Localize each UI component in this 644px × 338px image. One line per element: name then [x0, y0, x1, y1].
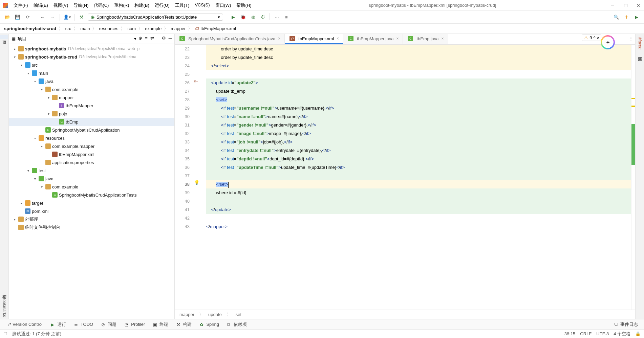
ed-crumb[interactable]: update [208, 312, 222, 317]
save-icon[interactable]: 💾 [14, 13, 22, 21]
close-icon[interactable]: ✕ [637, 3, 641, 8]
update-icon[interactable]: ⬆ [622, 13, 630, 21]
tab-close-icon[interactable]: × [395, 36, 399, 41]
menu-tools[interactable]: 工具(T) [172, 1, 192, 9]
ai-assistant-badge[interactable]: ✦ [601, 35, 615, 49]
project-view-icon[interactable]: ▦ [12, 36, 16, 41]
menu-navigate[interactable]: 导航(N) [71, 1, 91, 9]
tree-node[interactable]: ▾com.example [9, 85, 174, 93]
coverage-icon[interactable]: ◍ [249, 13, 257, 21]
bt-build[interactable]: ⚒构建 [173, 321, 195, 328]
tree-node[interactable]: ▾java [9, 175, 174, 183]
project-tree[interactable]: ▸springboot-mybatisD:\devleop\ideaProjec… [9, 44, 174, 319]
tree-node[interactable]: 临时文件和控制台 [9, 223, 174, 231]
tree-node[interactable]: ▸target [9, 199, 174, 207]
bt-vcs[interactable]: ⎇Version Control [3, 321, 46, 328]
menu-file[interactable]: 文件(F) [11, 1, 31, 9]
ed-crumb[interactable]: set [236, 312, 241, 317]
hide-icon[interactable]: ─ [169, 36, 172, 42]
debug-icon[interactable]: 🐞 [239, 13, 247, 21]
gutter-tab-project[interactable]: 项目 [0, 35, 8, 39]
inspection-strip[interactable]: ⚠9 ^ v [582, 35, 601, 41]
bt-event-log[interactable]: 🗨事件日志 [610, 321, 641, 328]
tab-menu-icon[interactable]: ⋮ [629, 36, 633, 41]
tree-node[interactable]: tbEmpMapper.xml [9, 150, 174, 158]
refresh-icon[interactable]: ⟳ [24, 13, 32, 21]
fold-gutter[interactable] [200, 45, 205, 310]
tree-node[interactable]: ▾com.example [9, 183, 174, 191]
crumb[interactable]: resources [99, 26, 118, 31]
tool-window-icon[interactable]: ☐ [3, 331, 7, 336]
maximize-icon[interactable]: ☐ [624, 3, 628, 8]
stop-icon[interactable]: ■ [282, 13, 291, 21]
crumb-file[interactable]: tbEmpMapper.xml [200, 26, 236, 31]
menu-help[interactable]: 帮助(H) [234, 1, 254, 9]
editor-body[interactable]: 2223242526272829303132333435363738394041… [175, 45, 635, 310]
locate-icon[interactable]: ⊕ [138, 36, 142, 42]
forward-icon[interactable]: → [48, 13, 57, 21]
bt-spring[interactable]: ✿Spring [196, 321, 222, 328]
tab-close-icon[interactable]: × [277, 36, 281, 41]
lock-icon[interactable]: 🔒 [635, 331, 641, 336]
crumb[interactable]: example [145, 26, 162, 31]
menu-code[interactable]: 代码(C) [91, 1, 111, 9]
person-icon[interactable]: 👤▾ [63, 13, 71, 21]
crumb[interactable]: src [65, 26, 71, 31]
tree-node[interactable]: ▾springboot-mybatis-crudD:\devleop\ideaP… [9, 53, 174, 61]
tab-tests[interactable]: CSpringbootMybatisCrudApplicationTests.j… [175, 34, 285, 44]
tab-close-icon[interactable]: × [441, 36, 445, 41]
collapse-icon[interactable]: ⇄ [150, 36, 154, 42]
settings-icon[interactable]: ⚙ [162, 36, 166, 42]
bt-profiler[interactable]: ◔Profiler [121, 321, 148, 328]
menu-view[interactable]: 视图(V) [51, 1, 71, 9]
gutter-tab-structure[interactable]: 结构 [0, 289, 8, 293]
caret-position[interactable]: 38:15 [564, 331, 576, 336]
inspection-scrollbar[interactable] [631, 45, 635, 310]
tree-node[interactable]: ▾java [9, 77, 174, 85]
menu-edit[interactable]: 编辑(E) [31, 1, 51, 9]
indent-info[interactable]: 4 个空格 [614, 331, 630, 337]
tree-node[interactable]: ▾pojo [9, 110, 174, 118]
bulb-icon[interactable]: 💡 [194, 180, 199, 185]
tab-xml[interactable]: 🏷tbEmpMapper.xml× [285, 34, 343, 44]
bt-problems[interactable]: ⊘问题 [98, 321, 120, 328]
tree-node[interactable]: ▾mapper [9, 93, 174, 102]
menu-build[interactable]: 构建(B) [132, 1, 152, 9]
tree-node[interactable]: ▸springboot-mybatisD:\devleop\ideaProjec… [9, 45, 174, 53]
search-everywhere-icon[interactable]: 🔍 [612, 13, 620, 21]
tree-node[interactable]: ▾test [9, 166, 174, 175]
crumb-root[interactable]: springboot-mybatis-crud [4, 26, 56, 31]
dropdown-icon[interactable]: ▾ [134, 36, 136, 41]
tree-node[interactable]: CtbEmp [9, 118, 174, 126]
expand-icon[interactable]: ≡ [145, 36, 148, 42]
crumb[interactable]: main [80, 26, 90, 31]
gutter-tab-bookmarks[interactable]: Bookmarks [1, 295, 8, 319]
line-separator[interactable]: CRLF [580, 331, 592, 336]
bt-todo[interactable]: ≣TODO [71, 321, 96, 328]
ai-icon[interactable]: ▶ [632, 13, 641, 21]
run-config-select[interactable]: ◉ SpringbootMybatisCrudApplicationTests.… [88, 14, 223, 21]
tab-mapper-java[interactable]: CtbEmpMapper.java× [343, 34, 403, 44]
crumb[interactable]: mapper [171, 26, 186, 31]
tree-node[interactable]: ▾main [9, 69, 174, 77]
tree-node[interactable]: application.properties [9, 158, 174, 166]
bt-terminal[interactable]: ▣终端 [150, 321, 172, 328]
hammer-icon[interactable]: ⚒ [78, 13, 86, 21]
tree-node[interactable]: ▾com.example.mapper [9, 142, 174, 150]
crumb[interactable]: com [127, 26, 136, 31]
menu-window[interactable]: 窗口(W) [213, 1, 234, 9]
tree-node[interactable]: ▾resources [9, 134, 174, 142]
tree-node[interactable]: CSpringbootMybatisCrudApplicationTests [9, 191, 174, 199]
tree-node[interactable]: ItbEmpMapper [9, 102, 174, 110]
bt-deps[interactable]: ⧉依赖项 [224, 321, 250, 328]
gutter-tab-maven[interactable]: Maven [637, 35, 643, 51]
tab-emp-java[interactable]: CtbEmp.java× [403, 34, 448, 44]
gutter-tab-database[interactable]: 数据库 [636, 51, 644, 55]
mapper-gutter-icon[interactable]: 🏷 [194, 78, 198, 84]
menu-vcs[interactable]: VCS(S) [192, 1, 212, 9]
tree-node[interactable]: ▾src [9, 61, 174, 69]
file-encoding[interactable]: UTF-8 [596, 331, 609, 336]
bt-run[interactable]: ▶运行 [47, 321, 69, 328]
menu-refactor[interactable]: 重构(R) [111, 1, 132, 9]
profile-icon[interactable]: ⏱ [259, 13, 267, 21]
